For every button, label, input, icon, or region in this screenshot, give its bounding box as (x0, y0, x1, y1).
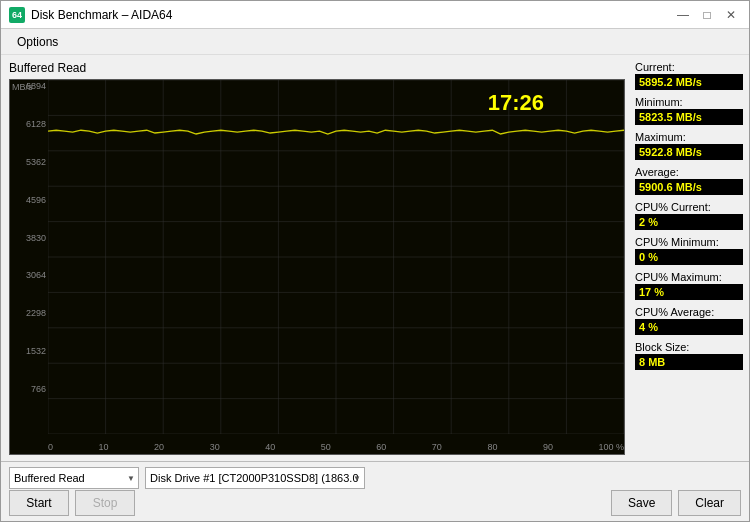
restore-button[interactable]: □ (697, 6, 717, 24)
y-label-6: 6128 (12, 120, 46, 129)
window-title: Disk Benchmark – AIDA64 (31, 8, 172, 22)
y-axis: 6894 6128 5362 4596 3830 3064 2298 1532 … (10, 80, 48, 434)
save-button[interactable]: Save (611, 490, 672, 516)
title-bar: 64 Disk Benchmark – AIDA64 — □ ✕ (1, 1, 749, 29)
x-label-90: 90 (543, 442, 553, 452)
current-stat: Current: 5895.2 MB/s (635, 61, 743, 90)
content-area: Buffered Read MB/s 6894 6128 5362 4596 3… (1, 55, 749, 461)
y-label-2: 2298 (12, 309, 46, 318)
y-label-1: 766 (12, 385, 46, 394)
average-stat: Average: 5900.6 MB/s (635, 166, 743, 195)
clear-button[interactable]: Clear (678, 490, 741, 516)
cpu-average-label: CPU% Average: (635, 306, 743, 318)
current-label: Current: (635, 61, 743, 73)
x-label-70: 70 (432, 442, 442, 452)
minimize-button[interactable]: — (673, 6, 693, 24)
cpu-average-value: 4 % (635, 319, 743, 335)
chart-svg (48, 80, 624, 434)
block-size-stat: Block Size: 8 MB (635, 341, 743, 370)
x-label-60: 60 (376, 442, 386, 452)
minimum-value: 5823.5 MB/s (635, 109, 743, 125)
current-value: 5895.2 MB/s (635, 74, 743, 90)
options-menu[interactable]: Options (9, 31, 66, 53)
maximum-label: Maximum: (635, 131, 743, 143)
bottom-controls-row1: Buffered Read Disk Drive #1 [CT2000P310S… (9, 467, 741, 489)
x-label-50: 50 (321, 442, 331, 452)
test-type-dropdown[interactable]: Buffered Read (9, 467, 139, 489)
chart-svg-area (48, 80, 624, 434)
cpu-current-stat: CPU% Current: 2 % (635, 201, 743, 230)
cpu-minimum-stat: CPU% Minimum: 0 % (635, 236, 743, 265)
close-button[interactable]: ✕ (721, 6, 741, 24)
chart-container: MB/s 6894 6128 5362 4596 3830 3064 2298 … (9, 79, 625, 455)
menu-bar: Options (1, 29, 749, 55)
maximum-stat: Maximum: 5922.8 MB/s (635, 131, 743, 160)
stop-button[interactable]: Stop (75, 490, 135, 516)
minimum-label: Minimum: (635, 96, 743, 108)
block-size-label: Block Size: (635, 341, 743, 353)
cpu-current-label: CPU% Current: (635, 201, 743, 213)
start-button[interactable]: Start (9, 490, 69, 516)
app-icon: 64 (9, 7, 25, 23)
y-label-5: 5362 (12, 158, 46, 167)
chart-section-label: Buffered Read (9, 61, 625, 75)
cpu-maximum-value: 17 % (635, 284, 743, 300)
x-label-10: 10 (99, 442, 109, 452)
x-axis: 0 10 20 30 40 50 60 70 80 90 100 % (48, 434, 624, 454)
x-label-30: 30 (210, 442, 220, 452)
bottom-bar: Buffered Read Disk Drive #1 [CT2000P310S… (1, 461, 749, 521)
minimum-stat: Minimum: 5823.5 MB/s (635, 96, 743, 125)
main-panel: Buffered Read MB/s 6894 6128 5362 4596 3… (1, 55, 631, 461)
cpu-minimum-label: CPU% Minimum: (635, 236, 743, 248)
cpu-current-value: 2 % (635, 214, 743, 230)
average-value: 5900.6 MB/s (635, 179, 743, 195)
maximum-value: 5922.8 MB/s (635, 144, 743, 160)
window-controls: — □ ✕ (673, 6, 741, 24)
cpu-maximum-stat: CPU% Maximum: 17 % (635, 271, 743, 300)
y-label-1b: 1532 (12, 347, 46, 356)
title-bar-left: 64 Disk Benchmark – AIDA64 (9, 7, 172, 23)
y-label-0 (12, 423, 46, 432)
cpu-minimum-value: 0 % (635, 249, 743, 265)
disk-dropdown-wrap: Disk Drive #1 [CT2000P310SSD8] (1863.0 G… (145, 467, 365, 489)
cpu-maximum-label: CPU% Maximum: (635, 271, 743, 283)
test-type-dropdown-wrap: Buffered Read (9, 467, 139, 489)
cpu-average-stat: CPU% Average: 4 % (635, 306, 743, 335)
bottom-buttons-row: Start Stop Save Clear (9, 490, 741, 516)
y-label-7: 6894 (12, 82, 46, 91)
block-size-value: 8 MB (635, 354, 743, 370)
timer-display: 17:26 (488, 90, 544, 116)
main-window: 64 Disk Benchmark – AIDA64 — □ ✕ Options… (0, 0, 750, 522)
x-label-80: 80 (487, 442, 497, 452)
y-label-4: 4596 (12, 196, 46, 205)
x-label-20: 20 (154, 442, 164, 452)
x-label-40: 40 (265, 442, 275, 452)
x-label-100: 100 % (598, 442, 624, 452)
y-label-3: 3830 (12, 234, 46, 243)
disk-dropdown[interactable]: Disk Drive #1 [CT2000P310SSD8] (1863.0 G… (145, 467, 365, 489)
x-label-0: 0 (48, 442, 53, 452)
y-label-2b: 3064 (12, 271, 46, 280)
average-label: Average: (635, 166, 743, 178)
right-stats-panel: Current: 5895.2 MB/s Minimum: 5823.5 MB/… (631, 55, 749, 461)
